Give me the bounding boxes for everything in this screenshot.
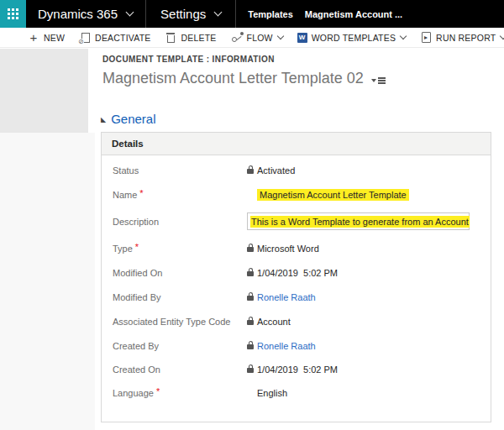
page-header: DOCUMENT TEMPLATE : INFORMATION Magnetis… — [102, 55, 386, 87]
app-name-menu[interactable]: Dynamics 365 — [26, 0, 145, 28]
chevron-down-icon — [276, 33, 283, 39]
left-gutter-top — [0, 49, 88, 133]
command-bar: NEW DEACTIVATE DELETE FLOW WORD TEMPLATE… — [0, 28, 504, 48]
form-selector-icon[interactable] — [371, 79, 386, 82]
description-input[interactable]: This is a Word Template to generate from… — [247, 212, 470, 230]
field-label: Language — [113, 388, 247, 398]
field-value[interactable]: Microsoft Word — [257, 244, 319, 254]
field-row: Created By Ronelle Raath — [102, 333, 491, 358]
field-row: Type Microsoft Word — [102, 236, 491, 260]
app-window: Dynamics 365 Settings TemplatesMagnetism… — [0, 0, 504, 430]
command-new[interactable]: NEW — [28, 32, 65, 44]
field-label: Description — [113, 217, 247, 227]
lock-icon — [247, 271, 254, 276]
field-value[interactable]: 1/04/2019 5:02 PM — [257, 268, 338, 278]
chevron-down-icon — [214, 8, 223, 17]
field-row: Language English — [102, 380, 491, 405]
command-word-templates[interactable]: WORD TEMPLATES — [297, 33, 406, 43]
field-label: Created By — [113, 341, 247, 351]
required-asterisk — [135, 242, 139, 252]
left-gutter — [0, 133, 95, 430]
section-header-general[interactable]: General — [101, 112, 156, 126]
page-title: Magnetism Account Letter Template 02 — [102, 70, 364, 87]
command-deactivate[interactable]: DEACTIVATE — [79, 32, 150, 44]
top-nav-bar: Dynamics 365 Settings TemplatesMagnetism… — [0, 0, 504, 28]
lock-icon — [247, 344, 254, 349]
waffle-icon — [8, 8, 18, 19]
field-value[interactable]: Ronelle Raath — [257, 341, 316, 351]
field-label: Status — [113, 165, 247, 176]
area-menu[interactable]: Settings — [145, 0, 236, 28]
field-row: Modified On 1/04/2019 5:02 PM — [102, 260, 491, 285]
flow-icon — [231, 32, 243, 44]
command-run-report[interactable]: RUN REPORT — [420, 32, 504, 44]
command-flow[interactable]: FLOW — [231, 32, 283, 44]
field-label: Created On — [113, 364, 247, 375]
details-subsection-header: Details — [102, 133, 491, 155]
lock-icon — [247, 368, 254, 373]
command-label: RUN REPORT — [436, 33, 496, 43]
required-asterisk — [156, 386, 160, 396]
lock-icon — [247, 320, 254, 325]
section-title: General — [111, 112, 155, 126]
field-value[interactable]: English — [257, 388, 287, 398]
command-label: FLOW — [247, 33, 273, 43]
command-label: NEW — [44, 33, 65, 43]
deactivate-icon — [79, 32, 91, 44]
required-asterisk — [139, 188, 143, 198]
field-row: Modified By Ronelle Raath — [102, 285, 491, 309]
app-name: Dynamics 365 — [38, 7, 118, 21]
area-name: Settings — [160, 7, 206, 21]
chevron-down-icon — [400, 33, 407, 39]
breadcrumb-item[interactable]: Magnetism Account ... — [305, 9, 402, 19]
field-row: Description This is a Word Template to g… — [102, 207, 491, 236]
command-label: DEACTIVATE — [95, 33, 150, 43]
field-label: Modified By — [113, 292, 247, 302]
field-label: Type — [113, 244, 247, 254]
field-label: Name — [113, 190, 247, 200]
breadcrumb: TemplatesMagnetism Account ... — [236, 0, 402, 28]
chevron-down-icon — [126, 8, 134, 17]
field-value[interactable]: Account — [257, 317, 291, 327]
field-label: Associated Entity Type Code — [113, 317, 247, 327]
details-body: Status Activated Name Magnetism Account … — [102, 155, 491, 405]
delete-icon — [165, 32, 176, 44]
word-icon — [297, 33, 307, 43]
lock-icon — [247, 296, 254, 301]
field-value[interactable]: Magnetism Account Letter Template — [257, 189, 409, 201]
field-row: Status Activated — [102, 158, 491, 182]
field-value[interactable]: 1/04/2019 5:02 PM — [257, 364, 338, 375]
collapse-section-icon — [101, 117, 106, 123]
plus-icon — [28, 32, 39, 44]
field-row: Created On 1/04/2019 5:02 PM — [102, 358, 491, 380]
run-report-icon — [420, 32, 432, 44]
field-row: Associated Entity Type Code Account — [102, 309, 491, 333]
record-type-label: DOCUMENT TEMPLATE : INFORMATION — [102, 55, 386, 64]
field-value[interactable]: Ronelle Raath — [257, 292, 316, 302]
command-label: WORD TEMPLATES — [312, 33, 396, 43]
command-label: DELETE — [181, 33, 216, 43]
command-delete[interactable]: DELETE — [165, 32, 216, 44]
lock-icon — [247, 247, 254, 252]
field-value[interactable]: Activated — [257, 165, 295, 176]
details-fieldset: Details Status Activated Name Magnetism … — [101, 132, 491, 422]
field-label: Modified On — [113, 268, 247, 278]
app-launcher-button[interactable] — [0, 0, 26, 28]
breadcrumb-item[interactable]: Templates — [248, 9, 293, 19]
lock-icon — [247, 169, 254, 174]
chevron-down-icon — [500, 33, 504, 39]
field-row: Name Magnetism Account Letter Template — [102, 182, 491, 207]
